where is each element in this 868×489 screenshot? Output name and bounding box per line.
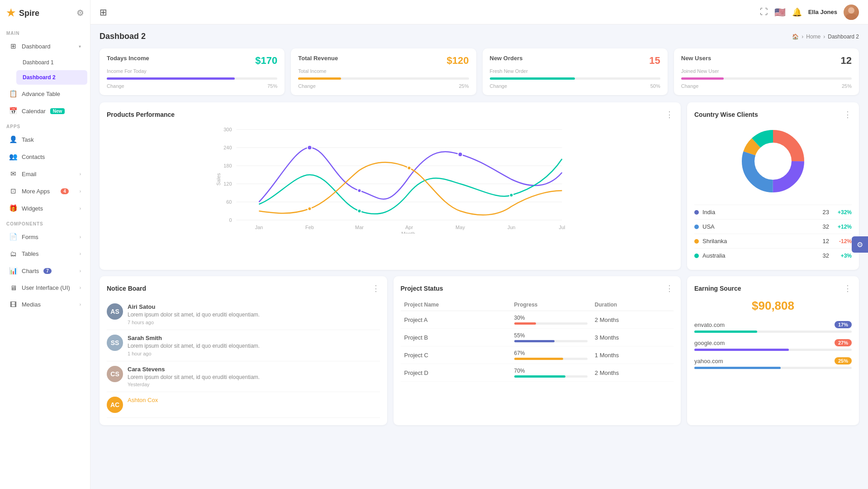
card-header: Earning Source ⋮ <box>694 283 852 293</box>
earning-total: $90,808 <box>694 299 852 313</box>
card-menu-icon[interactable]: ⋮ <box>372 283 380 293</box>
notice-item: AS Airi Satou Lorem ipsum dolor sit amet… <box>107 299 380 330</box>
stat-card-header: Todays Income $170 <box>107 55 277 67</box>
sidebar-item-charts[interactable]: 📊 Charts 7 › <box>3 263 87 279</box>
notice-board-card: Notice Board ⋮ AS Airi Satou Lorem ipsum… <box>100 276 387 425</box>
svg-text:240: 240 <box>223 145 232 150</box>
sidebar-item-email[interactable]: ✉ Email › <box>3 166 87 182</box>
stat-card-value: $170 <box>255 55 277 67</box>
svg-text:May: May <box>455 225 465 230</box>
page-title: Dashboad 2 <box>100 32 146 41</box>
card-menu-icon[interactable]: ⋮ <box>844 283 852 293</box>
notice-avatar: SS <box>107 335 123 351</box>
sidebar-item-advance-table[interactable]: 📋 Advance Table <box>3 86 87 102</box>
progress-fill <box>514 375 566 378</box>
sidebar-item-label: Calendar <box>22 108 46 115</box>
card-menu-icon[interactable]: ⋮ <box>844 110 852 120</box>
earning-list: envato.com 17% google.com 27% yahoo.com … <box>694 321 852 369</box>
sidebar-settings-icon[interactable]: ⚙ <box>76 8 84 18</box>
page-header: Dashboad 2 🏠 › Home › Dashboard 2 <box>100 32 859 41</box>
earning-bar-fill <box>694 331 757 333</box>
notice-content: Cara Stevens Lorem ipsum dolor sit amet,… <box>128 366 260 388</box>
task-icon: 👤 <box>9 135 17 144</box>
breadcrumb-sep2: › <box>823 34 825 40</box>
sidebar-item-widgets[interactable]: 🎁 Widgets › <box>3 200 87 216</box>
sidebar-item-dashboard2[interactable]: Dashboard 2 <box>16 70 87 85</box>
products-performance-card: Products Performance ⋮ 300 240 <box>100 102 681 270</box>
sidebar-item-forms[interactable]: 📄 Forms › <box>3 229 87 245</box>
flag-icon[interactable]: 🇺🇸 <box>774 7 786 18</box>
stat-progress-bar <box>490 77 660 80</box>
charts-icon: 📊 <box>9 267 17 275</box>
card-menu-icon[interactable]: ⋮ <box>665 283 674 293</box>
sidebar-item-more-apps[interactable]: ⊡ More Apps 4 › <box>3 183 87 199</box>
sidebar-item-contacts[interactable]: 👥 Contacts <box>3 149 87 165</box>
earning-row: yahoo.com 25% <box>694 357 852 369</box>
sidebar-item-medias[interactable]: 🎞 Medias › <box>3 297 87 312</box>
country-count: 12 <box>816 238 829 244</box>
stat-card-title: New Users <box>681 55 711 62</box>
widgets-icon: 🎁 <box>9 204 17 212</box>
country-row: USA 32 +12% <box>694 219 852 234</box>
sidebar-item-ui[interactable]: 🖥 User Interface (UI) › <box>3 280 87 296</box>
chevron-down-icon: ▾ <box>79 44 81 49</box>
stat-card-subtitle: Total Income <box>298 68 469 74</box>
sidebar-item-label: Task <box>22 136 34 143</box>
project-progress: 67% <box>511 346 591 364</box>
chevron-right-icon: › <box>80 235 81 240</box>
earning-bar-fill <box>694 367 781 369</box>
breadcrumb-sep: › <box>802 34 803 40</box>
notice-name[interactable]: Sarah Smith <box>128 335 162 341</box>
notice-name[interactable]: Cara Stevens <box>128 366 165 373</box>
earning-row: google.com 27% <box>694 339 852 351</box>
earning-row-header: yahoo.com 25% <box>694 357 852 364</box>
sidebar-item-label: Charts <box>22 268 39 274</box>
sidebar-item-label: Dashboard 1 <box>23 59 54 66</box>
svg-point-29 <box>308 207 312 211</box>
sidebar-item-label: Dashboard <box>22 43 51 50</box>
expand-icon[interactable]: ⛶ <box>760 7 768 17</box>
stat-change-value: 50% <box>650 83 660 89</box>
stat-change-label: Change <box>681 83 699 89</box>
stat-card-1: Total Revenue $120 Total Income Change 2… <box>291 48 476 95</box>
more-apps-badge: 4 <box>61 188 69 194</box>
sidebar-item-tables[interactable]: 🗂 Tables › <box>3 246 87 262</box>
country-change: +32% <box>829 209 852 216</box>
country-change: +3% <box>829 253 852 259</box>
notice-name[interactable]: Ashton Cox <box>128 397 158 403</box>
donut-chart <box>694 125 852 197</box>
card-header: Products Performance ⋮ <box>107 110 674 120</box>
progress-fill <box>514 322 536 325</box>
card-menu-icon[interactable]: ⋮ <box>665 110 674 120</box>
country-dot <box>694 225 699 229</box>
new-badge: New <box>50 108 65 114</box>
svg-point-0 <box>848 7 854 14</box>
notice-name[interactable]: Airi Satou <box>128 303 155 310</box>
earning-site: google.com <box>694 340 725 346</box>
table-row: Project D 70% 2 Months <box>401 364 674 382</box>
sidebar-item-task[interactable]: 👤 Task <box>3 131 87 148</box>
project-name: Project C <box>401 346 511 364</box>
sidebar-item-calendar[interactable]: 📅 Calendar New <box>3 103 87 119</box>
stat-change-row: Change 25% <box>681 83 852 89</box>
stat-card-0: Todays Income $170 Income For Today Chan… <box>100 48 285 95</box>
svg-text:Jun: Jun <box>508 225 516 230</box>
bell-icon[interactable]: 🔔 <box>792 7 802 17</box>
user-avatar[interactable] <box>844 5 859 20</box>
earning-source-card: Earning Source ⋮ $90,808 envato.com 17% … <box>687 276 859 425</box>
sidebar-item-dashboard[interactable]: ⊞ Dashboard ▾ <box>3 38 87 54</box>
project-tbody: Project A 30% 2 Months Project B 55% 3 M… <box>401 311 674 382</box>
svg-text:120: 120 <box>223 181 232 187</box>
country-dot <box>694 239 699 244</box>
settings-fab[interactable]: ⚙ <box>852 236 868 253</box>
col-progress: Progress <box>511 299 591 311</box>
stat-card-header: Total Revenue $120 <box>298 55 469 67</box>
sidebar-item-dashboard1[interactable]: Dashboard 1 <box>16 55 87 70</box>
earning-pct-badge: 27% <box>835 339 852 346</box>
notice-time: Yesterday <box>128 382 260 387</box>
notice-time: 7 hours ago <box>128 320 260 325</box>
project-name: Project A <box>401 311 511 329</box>
project-name: Project B <box>401 329 511 346</box>
topbar-grid-icon[interactable]: ⊞ <box>100 7 107 18</box>
stat-change-row: Change 25% <box>298 83 469 89</box>
